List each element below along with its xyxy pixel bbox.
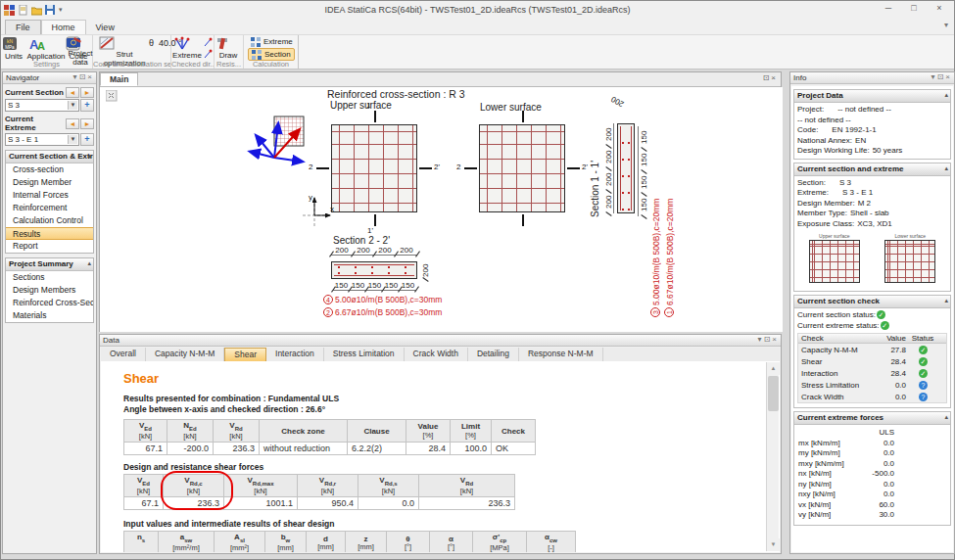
section22-member: [331, 261, 417, 279]
tab-overall[interactable]: Overall: [101, 348, 146, 361]
status-ok-icon: ✓: [919, 369, 928, 378]
quickaccess-dropdown-icon[interactable]: ▾: [59, 6, 63, 14]
scroll-down-icon[interactable]: ▼: [767, 538, 780, 551]
section-1-1-label: Section 1 - 1': [590, 124, 600, 217]
shear-check-table: VEd[kN] NEd[kN] VRd[kN] Check zone Claus…: [123, 419, 536, 455]
force-row: nxy [kN/m]0.0: [794, 490, 950, 500]
nav-item-reinforcement[interactable]: Reinforcement: [6, 202, 93, 214]
combo-dropdown-icon[interactable]: ▼: [68, 101, 77, 110]
prev-section-button[interactable]: ◄: [66, 87, 79, 98]
current-extreme-label: Current Extreme: [5, 115, 65, 132]
nav-item-design-members[interactable]: Design Members: [6, 284, 93, 297]
lower-surface-label: Lower surface: [480, 102, 542, 113]
tab-main[interactable]: Main: [100, 72, 138, 86]
project-summary-group-header[interactable]: Project Summary▴: [6, 258, 93, 271]
add-extreme-button[interactable]: +: [80, 133, 94, 146]
open-folder-icon[interactable]: [31, 5, 42, 16]
next-section-button[interactable]: ►: [80, 87, 94, 98]
cut-mark-2p: 2': [582, 163, 588, 171]
data-scrollbar[interactable]: ▲ ▼: [766, 362, 779, 551]
drawing-title: Reinforced cross-section : R 3: [327, 88, 465, 100]
main-close-icon[interactable]: ×: [771, 73, 778, 82]
nav-item-materials[interactable]: Materials: [6, 309, 93, 322]
tab-interaction[interactable]: Interaction: [266, 348, 324, 361]
direction-arrows-icon: [172, 36, 202, 50]
checked-direction-icon-1[interactable]: [203, 37, 213, 47]
nav-item-sections[interactable]: Sections: [6, 271, 93, 284]
drawing-canvas[interactable]: Reinforced cross-section : R 3 Upper sur…: [100, 87, 783, 332]
project-data-header[interactable]: Project Data▴: [794, 90, 950, 103]
nav-item-calculation-control[interactable]: Calculation Control: [6, 214, 93, 227]
tab-stress-limitation[interactable]: Stress Limitation: [324, 348, 405, 361]
group-label-resistance: Resis...: [215, 60, 243, 69]
collapse-icon[interactable]: ▴: [944, 164, 948, 172]
section-check-header[interactable]: Current section check▴: [794, 296, 950, 308]
quick-access-toolbar: ▾: [1, 5, 63, 16]
prev-extreme-button[interactable]: ◄: [66, 118, 79, 129]
svg-text:kN: kN: [7, 38, 14, 44]
draw-button[interactable]: Draw: [215, 36, 241, 60]
tab-home[interactable]: Home: [41, 20, 86, 34]
table-row: 67.1236.31001.1 950.40.0236.3: [124, 497, 515, 510]
nav-item-design-member[interactable]: Design Member: [6, 176, 93, 189]
tab-view[interactable]: View: [86, 21, 124, 34]
calc-extreme-toggle[interactable]: Extreme: [248, 35, 296, 48]
tab-capacity-nmm[interactable]: Capacity N-M-M: [146, 348, 224, 361]
collapse-icon[interactable]: ▴: [87, 259, 91, 267]
ribbon-collapse-icon[interactable]: ▾: [944, 21, 948, 29]
checked-extreme-button[interactable]: Extreme: [172, 36, 202, 60]
save-icon[interactable]: [45, 5, 56, 16]
table-row: Interaction28.4✓: [798, 367, 946, 379]
collapse-icon[interactable]: ▴: [944, 413, 948, 421]
tab-file[interactable]: File: [5, 20, 41, 34]
close-button[interactable]: ×: [927, 1, 952, 17]
data-close-icon[interactable]: ×: [772, 335, 779, 344]
new-file-icon[interactable]: [18, 5, 28, 16]
force-row: mxy [kNm/m]0.0: [794, 459, 950, 470]
application-button[interactable]: AA Application: [25, 36, 67, 61]
maximize-button[interactable]: □: [901, 1, 927, 17]
nav-item-reinforced-cross-sections[interactable]: Reinforced Cross-Sections: [6, 297, 93, 309]
navigator-title: Navigator ▾⊡×: [3, 72, 96, 84]
minimize-button[interactable]: ─: [876, 1, 901, 17]
ribbon-group-calc-settings: Strut optimization θ 40.0 ° Code and cal…: [93, 35, 171, 69]
section11-member: [617, 123, 635, 213]
nav-item-report[interactable]: Report: [6, 240, 93, 253]
tab-detailing[interactable]: Detailing: [468, 348, 519, 361]
extreme-forces-header[interactable]: Current extreme forces▴: [794, 412, 950, 425]
navigator-close-icon[interactable]: ×: [87, 72, 94, 81]
rebar-label: 35.00ø10/m(B 500B),c=20mm: [650, 121, 661, 317]
combo-dropdown-icon[interactable]: ▼: [68, 135, 77, 144]
cut-line: [419, 167, 432, 169]
collapse-icon[interactable]: ▴: [87, 152, 91, 160]
tab-shear[interactable]: Shear: [224, 348, 266, 361]
group-label-checked-dir: Checked dir...: [171, 60, 214, 69]
current-section-combo[interactable]: S 3▼: [5, 99, 79, 112]
collapse-icon[interactable]: ▴: [944, 91, 948, 99]
info-close-icon[interactable]: ×: [945, 72, 952, 81]
tab-response-nmm[interactable]: Response N-M-M: [519, 348, 603, 361]
status-ok-icon: ✓: [919, 357, 928, 366]
svg-text:A: A: [37, 40, 45, 51]
nav-item-cross-section[interactable]: Cross-section: [6, 163, 93, 176]
collapse-icon[interactable]: ▴: [944, 297, 948, 304]
checked-direction-icon-2[interactable]: [203, 49, 213, 59]
table-row: Stress Limitation0.0?: [798, 379, 946, 391]
scroll-up-icon[interactable]: ▲: [767, 362, 780, 375]
scrollbar-thumb[interactable]: [768, 376, 779, 411]
units-button[interactable]: kNMPa Units: [2, 36, 25, 61]
next-extreme-button[interactable]: ►: [80, 118, 94, 129]
nav-item-internal-forces[interactable]: Internal Forces: [6, 189, 93, 202]
current-section-header[interactable]: Current section and extreme▴: [794, 163, 950, 176]
app-window: ▾ IDEA StatiCa RCS(64bit) - TWSTest01_2D…: [0, 0, 955, 560]
data-content: Shear Results presented for combination …: [101, 361, 780, 552]
section22-bottom-dims: 150150150150150: [333, 281, 416, 291]
table-row: 67.1-200.0236.3 without reduction6.2.2(2…: [124, 443, 536, 455]
section-extreme-group-header[interactable]: Current Section & Extreme▴: [6, 151, 93, 163]
current-extreme-combo[interactable]: S 3 - E 1▼: [5, 133, 79, 146]
zoom-fit-icon[interactable]: [106, 90, 118, 102]
nav-item-results[interactable]: Results: [6, 227, 93, 240]
add-section-button[interactable]: +: [80, 99, 94, 112]
tab-crack-width[interactable]: Crack Width: [405, 348, 468, 361]
cut-line: [522, 214, 524, 226]
